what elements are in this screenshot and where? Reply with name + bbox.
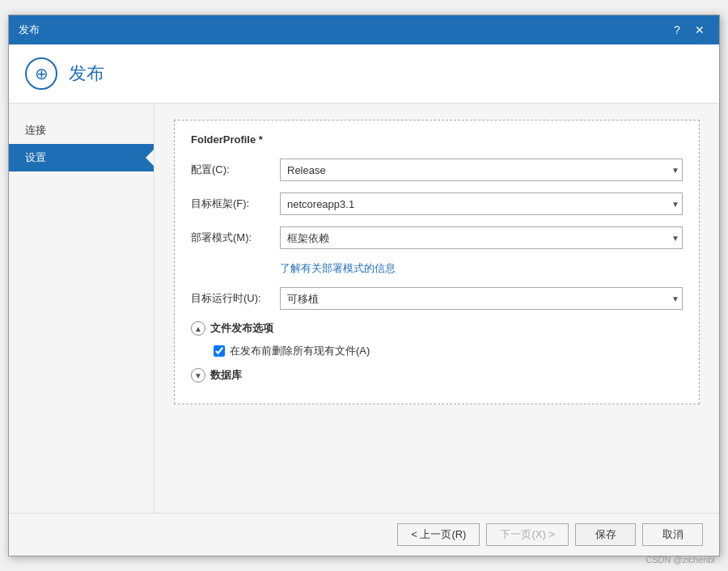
sidebar-item-connection[interactable]: 连接 xyxy=(9,116,154,144)
deploy-mode-label: 部署模式(M): xyxy=(191,231,280,245)
next-button[interactable]: 下一页(X) > xyxy=(486,523,569,546)
config-select-wrapper: Release Debug ▼ xyxy=(280,159,683,181)
target-runtime-label: 目标运行时(U): xyxy=(191,291,280,306)
section-title: FolderProfile * xyxy=(191,133,683,146)
database-header[interactable]: ▼ 数据库 xyxy=(191,368,683,383)
target-runtime-select[interactable]: 可移植 win-x64 linux-x64 xyxy=(280,287,683,310)
header-area: ⊕ 发布 xyxy=(9,44,719,104)
config-label: 配置(C): xyxy=(191,163,280,177)
title-bar-left: 发布 xyxy=(19,23,40,37)
footer-area: < 上一页(R) 下一页(X) > 保存 取消 xyxy=(9,513,719,556)
config-row: 配置(C): Release Debug ▼ xyxy=(191,159,683,181)
deploy-mode-row: 部署模式(M): 框架依赖 独立 单文件 ▼ xyxy=(191,226,683,249)
target-framework-select-wrapper: netcoreapp3.1 net5.0 net6.0 ▼ xyxy=(280,192,683,215)
save-button[interactable]: 保存 xyxy=(575,523,636,546)
title-bar-title: 发布 xyxy=(19,23,40,37)
folder-profile-section: FolderProfile * 配置(C): Release Debug ▼ xyxy=(174,120,700,404)
title-bar: 发布 ? ✕ xyxy=(9,15,719,44)
watermark: CSDN @zichenbl xyxy=(645,555,715,565)
deploy-mode-control: 框架依赖 独立 单文件 ▼ xyxy=(280,226,683,249)
database-label: 数据库 xyxy=(210,368,242,383)
target-runtime-row: 目标运行时(U): 可移植 win-x64 linux-x64 ▼ xyxy=(191,287,683,310)
target-framework-row: 目标框架(F): netcoreapp3.1 net5.0 net6.0 ▼ xyxy=(191,192,683,215)
target-runtime-select-wrapper: 可移植 win-x64 linux-x64 ▼ xyxy=(280,287,683,310)
delete-files-label: 在发布前删除所有现有文件(A) xyxy=(230,344,370,358)
sidebar-item-settings[interactable]: 设置 xyxy=(9,144,154,171)
config-select[interactable]: Release Debug xyxy=(280,159,683,181)
close-button[interactable]: ✕ xyxy=(690,20,709,40)
sidebar: 连接 设置 xyxy=(9,104,154,513)
file-publish-header[interactable]: ▲ 文件发布选项 xyxy=(191,321,683,336)
target-framework-label: 目标框架(F): xyxy=(191,197,280,211)
deploy-mode-link[interactable]: 了解有关部署模式的信息 xyxy=(280,262,396,274)
header-title: 发布 xyxy=(69,61,104,86)
content-area: 连接 设置 FolderProfile * 配置(C): Release Deb xyxy=(9,104,719,513)
file-publish-collapse-icon: ▲ xyxy=(191,321,205,336)
target-runtime-control: 可移植 win-x64 linux-x64 ▼ xyxy=(280,287,683,310)
config-control: Release Debug ▼ xyxy=(280,159,683,181)
file-publish-label: 文件发布选项 xyxy=(210,321,273,336)
deploy-mode-select-wrapper: 框架依赖 独立 单文件 ▼ xyxy=(280,226,683,249)
deploy-mode-select[interactable]: 框架依赖 独立 单文件 xyxy=(280,226,683,249)
delete-files-row: 在发布前删除所有现有文件(A) xyxy=(214,344,683,358)
cancel-button[interactable]: 取消 xyxy=(642,523,703,546)
prev-button[interactable]: < 上一页(R) xyxy=(397,523,480,546)
globe-icon: ⊕ xyxy=(25,57,57,90)
delete-files-checkbox[interactable] xyxy=(214,345,225,357)
target-framework-select[interactable]: netcoreapp3.1 net5.0 net6.0 xyxy=(280,192,683,215)
help-button[interactable]: ? xyxy=(667,20,687,40)
deploy-mode-link-row: 了解有关部署模式的信息 xyxy=(191,260,683,276)
dialog-window: 发布 ? ✕ ⊕ 发布 连接 设置 FolderProfile * xyxy=(8,15,720,556)
target-framework-control: netcoreapp3.1 net5.0 net6.0 ▼ xyxy=(280,192,683,215)
database-collapse-icon: ▼ xyxy=(191,368,205,383)
main-panel: FolderProfile * 配置(C): Release Debug ▼ xyxy=(154,104,719,513)
title-bar-buttons: ? ✕ xyxy=(667,20,709,40)
